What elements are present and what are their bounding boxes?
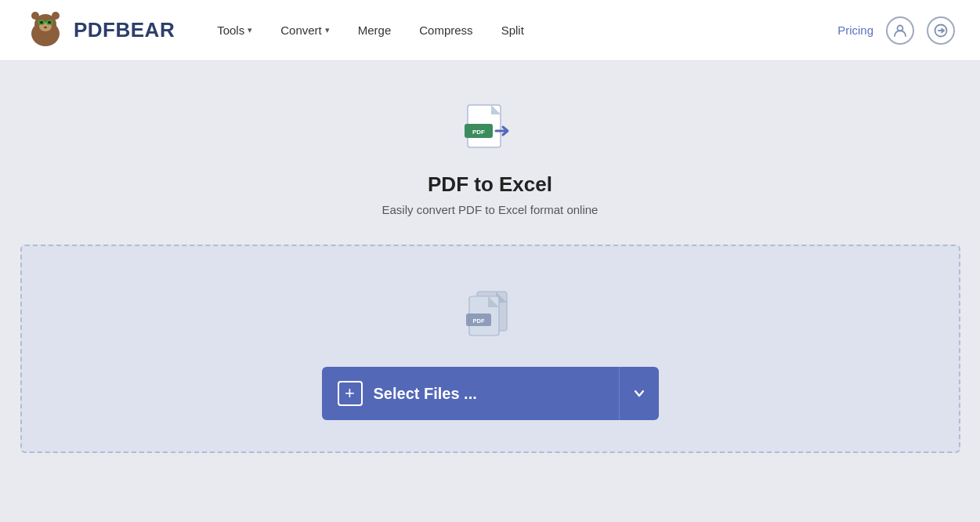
svg-point-10 (44, 26, 47, 27)
navbar: PDFBEAR Tools ▾ Convert ▾ Merge Compress… (0, 0, 980, 61)
logo[interactable]: PDFBEAR (25, 10, 175, 51)
nav-item-compress[interactable]: Compress (408, 17, 483, 43)
dropzone-pdf-icon: PDF (458, 285, 523, 345)
hero-subtitle: Easily convert PDF to Excel format onlin… (382, 203, 598, 216)
logo-bear-icon (25, 10, 66, 51)
chevron-down-icon: ▾ (248, 25, 252, 35)
hero-section: PDF PDF to Excel Easily convert PDF to E… (382, 99, 598, 216)
nav-right: Pricing (837, 16, 955, 45)
svg-point-3 (52, 12, 60, 20)
nav-links: Tools ▾ Convert ▾ Merge Compress Split (206, 17, 837, 43)
svg-text:PDF: PDF (472, 129, 485, 136)
nav-item-split[interactable]: Split (490, 17, 535, 43)
chevron-down-icon: ▾ (325, 25, 330, 35)
pricing-link[interactable]: Pricing (837, 24, 873, 37)
main-content: PDF PDF to Excel Easily convert PDF to E… (0, 61, 980, 522)
nav-item-convert[interactable]: Convert ▾ (269, 17, 341, 43)
svg-text:PDF: PDF (472, 317, 484, 324)
login-icon (934, 24, 948, 38)
nav-item-tools[interactable]: Tools ▾ (206, 17, 263, 43)
select-files-button-group: + Select Files ... (322, 367, 659, 420)
pdf-to-excel-icon: PDF (458, 99, 521, 161)
logo-text: PDFBEAR (74, 18, 175, 42)
svg-point-2 (31, 12, 39, 20)
dropzone[interactable]: PDF + Select Files ... (20, 245, 960, 453)
user-icon (893, 24, 907, 38)
user-icon-button[interactable] (886, 16, 914, 45)
login-icon-button[interactable] (927, 16, 955, 45)
add-file-icon: + (338, 381, 363, 406)
nav-item-merge[interactable]: Merge (347, 17, 403, 43)
select-files-button[interactable]: + Select Files ... (322, 367, 619, 420)
chevron-down-icon (634, 388, 645, 399)
select-files-dropdown-button[interactable] (619, 367, 659, 420)
hero-title: PDF to Excel (428, 172, 552, 197)
